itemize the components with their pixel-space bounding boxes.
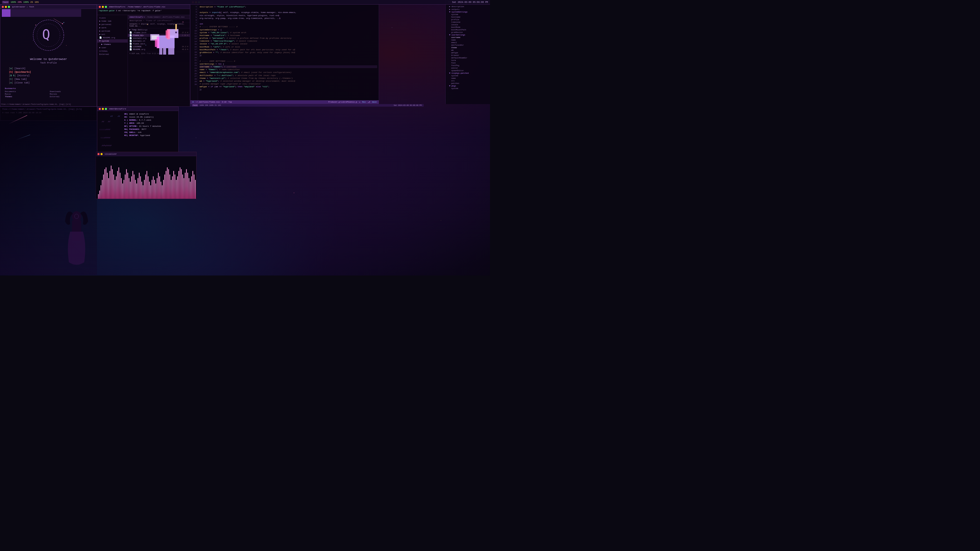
vis-bar	[110, 171, 110, 199]
vis-bar	[111, 165, 111, 199]
rp-nix-name[interactable]: name	[445, 77, 490, 79]
close-btn[interactable]	[2, 6, 4, 8]
fm-sidebar-user[interactable]: ▶ user	[97, 46, 127, 49]
rp-editor[interactable]: editor	[445, 67, 490, 69]
svg-text:✦: ✦	[145, 44, 146, 46]
code-line-27: wm = "hyprland"; # selected window manag…	[200, 79, 377, 83]
bookmark-movies[interactable]: Movies	[50, 93, 92, 95]
fm-sidebar-home[interactable]: ▶ home lab	[97, 19, 127, 23]
rp-hostname[interactable]: hostname	[445, 16, 490, 18]
rp-username[interactable]: username	[445, 36, 490, 39]
fm-max-btn[interactable]	[105, 6, 107, 8]
fm-min-btn[interactable]	[102, 6, 104, 8]
bookmark-dl[interactable]: Downloads	[50, 90, 92, 93]
editor-code-area[interactable]: description = "Flake of LibrePhoenix"; o…	[198, 4, 379, 100]
rp-grubdevice[interactable]: grubDevice	[445, 31, 490, 34]
bookmark-external[interactable]: External	[50, 95, 92, 98]
rp-font[interactable]: font	[445, 62, 490, 64]
sysmon-cpu-bar-fill	[2, 9, 11, 17]
rp-nix-system[interactable]: system	[445, 75, 490, 77]
code-line-10: system = "x86_64-linux"; # system arch	[200, 31, 377, 34]
svg-point-4	[64, 22, 64, 23]
fm-sidebar-personal[interactable]: ▶ personal	[97, 23, 127, 26]
qb-menu-closetab[interactable]: [x] [Close tab]	[7, 81, 89, 85]
code-line-18: };	[200, 54, 377, 57]
qb-menu-newtab[interactable]: [t] [New tab]	[7, 78, 89, 81]
fm-sidebar: PLACES ▶ home lab ▶ personal ▶ work ▶ wo…	[97, 15, 128, 106]
neofetch-titlebar: emmet@snowfire	[97, 107, 178, 111]
fm-sidebar-system[interactable]: ▼ system	[97, 39, 127, 43]
neo-os-value: nixos 24.05 (uakari)	[129, 116, 154, 118]
vis-bar	[134, 175, 135, 199]
rp-pkgs[interactable]: ▼ pkgs	[445, 85, 490, 87]
rp-nixpkgs[interactable]: ▼ nixpkgs-patched	[445, 72, 490, 75]
outline-panel: Outline ▶ description ▶ outputs ▼ system…	[445, 0, 490, 104]
rp-wm[interactable]: wm	[445, 49, 490, 52]
sb2-tag: Tech	[192, 104, 198, 106]
fm-sidebar-themes[interactable]: ▶ themes	[97, 43, 127, 46]
qb-logo-svg: Q	[28, 15, 69, 56]
rp-pkgs-system[interactable]: system	[445, 87, 490, 90]
ln-14: 14	[191, 40, 197, 43]
code-line-2	[200, 8, 377, 11]
code-line-23: name = "Emmet"; # name/identifier	[200, 68, 377, 71]
rp-fontpkg[interactable]: fontPkg	[445, 64, 490, 67]
max-btn[interactable]	[8, 6, 10, 8]
vis-bar	[107, 173, 108, 199]
rp-email[interactable]: email	[445, 41, 490, 44]
code-editor-window: .dotfiles 1 2 3 4 5 6 7 8 9 10 11 12 13 …	[190, 0, 379, 104]
fm-close-btn[interactable]	[99, 6, 101, 8]
rp-description[interactable]: ▶ description	[445, 5, 490, 8]
vis-bar	[186, 169, 187, 199]
bookmark-docs[interactable]: Documents	[5, 90, 47, 93]
rp-timezone[interactable]: timezone	[445, 21, 490, 24]
neo-os-line: OS: nixos 24.05 (uakari)	[124, 116, 161, 119]
fm-sidebar-worklab[interactable]: ▶ worklab	[97, 29, 127, 33]
rp-outputs[interactable]: ▶ outputs	[445, 8, 490, 11]
qb-menu-history[interactable]: [$ h] [History]	[7, 74, 89, 78]
rp-locale[interactable]: locale	[445, 24, 490, 26]
min-btn[interactable]	[5, 6, 7, 8]
neo-min-btn[interactable]	[102, 108, 104, 110]
code-line-16: bootMountPath = "/boot"; # mount path fo…	[200, 48, 377, 51]
rp-dotfilesdir[interactable]: dotfilesDir	[445, 44, 490, 46]
rp-usersettings[interactable]: ▼ userSettings	[445, 34, 490, 36]
rp-bootmountpath[interactable]: bootMountPath	[445, 29, 490, 31]
fm-sidebar-work[interactable]: ▶ work	[97, 26, 127, 29]
fm-sidebar-wsl[interactable]: ▶ wsl	[97, 33, 127, 36]
bookmarks-label: Bookmarks	[5, 87, 92, 89]
rp-system[interactable]: system	[445, 13, 490, 16]
qb-menu-search[interactable]: [o] [Search]	[7, 67, 89, 70]
rp-spawneditor[interactable]: spawnEditor	[445, 69, 490, 72]
rp-theme[interactable]: theme	[445, 46, 490, 49]
rp-nix-patches[interactable]: patches	[445, 82, 490, 85]
bookmark-themes[interactable]: Themes	[5, 95, 47, 98]
code-line-4: nix-straight, stylix, blocklist-hosts, h…	[200, 14, 377, 17]
rp-browser[interactable]: browser	[445, 54, 490, 57]
rp-nix-src[interactable]: src	[445, 79, 490, 82]
svg-rect-19	[168, 47, 171, 55]
neo-kernel-label: G | KERNEL:	[124, 119, 138, 121]
vis-min-btn[interactable]	[100, 153, 103, 155]
rp-name[interactable]: name	[445, 39, 490, 41]
fm-sidebar-readme[interactable]: 📄 README.org	[97, 36, 127, 39]
ln-11: 11	[191, 32, 197, 35]
vis-bar	[183, 178, 184, 199]
neo-close-btn[interactable]	[99, 108, 101, 110]
vis-bar	[157, 178, 158, 199]
rp-profile[interactable]: profile	[445, 18, 490, 21]
neo-desktop-line: RI| DESKTOP: hyprland	[124, 134, 161, 137]
qb-profile-text: Tech Profile	[2, 62, 95, 64]
vis-bar	[99, 191, 100, 199]
rp-defaultroamdir[interactable]: defaultRoamDir	[445, 57, 490, 59]
neo-max-btn[interactable]	[105, 108, 107, 110]
bookmark-music[interactable]: Music	[5, 93, 47, 95]
rp-bootmode[interactable]: bootMode	[445, 26, 490, 29]
qb-menu-quickmarks[interactable]: [b] [Quickmarks]	[7, 70, 89, 74]
rp-term[interactable]: term	[445, 59, 490, 62]
ln-22: 22	[191, 62, 197, 65]
vis-close-btn[interactable]	[97, 153, 100, 155]
rp-systemsettings[interactable]: ▼ systemSettings	[445, 11, 490, 13]
rp-wmtype[interactable]: wmType	[445, 52, 490, 54]
fm-sidebar-ext[interactable]: External	[97, 52, 127, 56]
